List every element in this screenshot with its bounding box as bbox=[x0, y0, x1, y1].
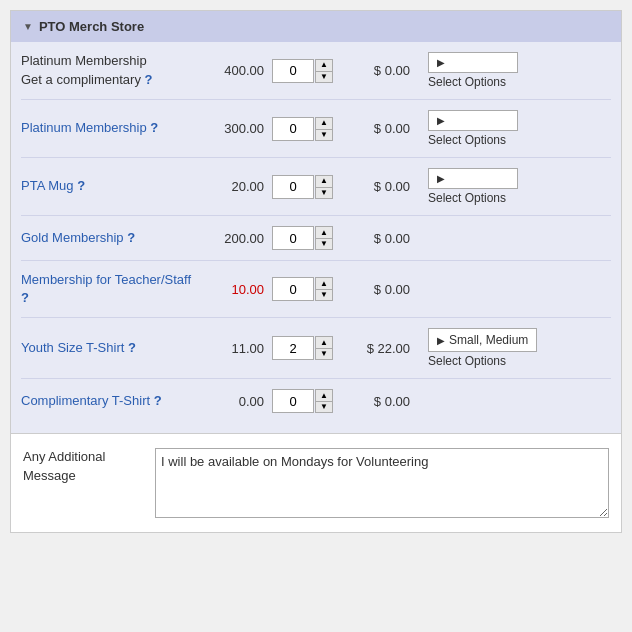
qty-input[interactable] bbox=[272, 59, 314, 83]
merch-row: Platinum MembershipGet a complimentary ?… bbox=[21, 42, 611, 100]
qty-spinners: ▲ ▼ bbox=[315, 226, 333, 250]
item-price: 300.00 bbox=[204, 121, 264, 136]
qty-up-button[interactable]: ▲ bbox=[315, 59, 333, 71]
page-wrapper: ▼ PTO Merch Store Platinum MembershipGet… bbox=[10, 10, 622, 533]
item-name: Complimentary T-Shirt ? bbox=[21, 392, 196, 410]
qty-down-button[interactable]: ▼ bbox=[315, 238, 333, 250]
options-label: Select Options bbox=[428, 133, 506, 147]
help-icon[interactable]: ? bbox=[154, 393, 162, 408]
collapse-arrow[interactable]: ▼ bbox=[23, 21, 33, 32]
qty-down-button[interactable]: ▼ bbox=[315, 187, 333, 199]
qty-up-button[interactable]: ▲ bbox=[315, 117, 333, 129]
item-name: Platinum Membership ? bbox=[21, 119, 196, 137]
qty-down-button[interactable]: ▼ bbox=[315, 348, 333, 360]
help-icon[interactable]: ? bbox=[21, 290, 29, 305]
qty-down-button[interactable]: ▼ bbox=[315, 401, 333, 413]
merch-row: Youth Size T-Shirt ?11.00 ▲ ▼ $ 22.00 ▶ … bbox=[21, 318, 611, 379]
help-icon[interactable]: ? bbox=[145, 72, 153, 87]
section-header: ▼ PTO Merch Store bbox=[11, 11, 621, 42]
item-qty: ▲ ▼ bbox=[272, 175, 342, 199]
qty-up-button[interactable]: ▲ bbox=[315, 389, 333, 401]
item-price: 20.00 bbox=[204, 179, 264, 194]
qty-input[interactable] bbox=[272, 226, 314, 250]
item-qty: ▲ ▼ bbox=[272, 336, 342, 360]
qty-up-button[interactable]: ▲ bbox=[315, 226, 333, 238]
item-total: $ 0.00 bbox=[350, 179, 410, 194]
item-options: ▶ Small, Medium Select Options bbox=[418, 328, 611, 368]
help-icon[interactable]: ? bbox=[150, 120, 158, 135]
qty-input[interactable] bbox=[272, 336, 314, 360]
item-total: $ 0.00 bbox=[350, 63, 410, 78]
selected-option-label: Small, Medium bbox=[449, 333, 528, 347]
qty-up-button[interactable]: ▲ bbox=[315, 277, 333, 289]
merch-table: Platinum MembershipGet a complimentary ?… bbox=[11, 42, 621, 433]
item-name: PTA Mug ? bbox=[21, 177, 196, 195]
item-options: ▶ Select Options bbox=[418, 52, 611, 89]
merch-row: Membership for Teacher/Staff ?10.00 ▲ ▼ … bbox=[21, 261, 611, 318]
options-label: Select Options bbox=[428, 191, 506, 205]
help-icon[interactable]: ? bbox=[77, 178, 85, 193]
item-name: Membership for Teacher/Staff ? bbox=[21, 271, 196, 307]
item-price: 0.00 bbox=[204, 394, 264, 409]
additional-message-section: Any Additional Message bbox=[11, 433, 621, 532]
item-options: ▶ Select Options bbox=[418, 168, 611, 205]
options-arrow-icon: ▶ bbox=[437, 115, 445, 126]
item-qty: ▲ ▼ bbox=[272, 59, 342, 83]
qty-spinners: ▲ ▼ bbox=[315, 175, 333, 199]
qty-input[interactable] bbox=[272, 175, 314, 199]
select-options-button[interactable]: ▶ bbox=[428, 110, 518, 131]
item-price: 400.00 bbox=[204, 63, 264, 78]
item-qty: ▲ ▼ bbox=[272, 117, 342, 141]
item-qty: ▲ ▼ bbox=[272, 389, 342, 413]
merch-row: Platinum Membership ?300.00 ▲ ▼ $ 0.00 ▶… bbox=[21, 100, 611, 158]
item-options: ▶ Select Options bbox=[418, 110, 611, 147]
qty-up-button[interactable]: ▲ bbox=[315, 175, 333, 187]
select-options-button[interactable]: ▶ bbox=[428, 168, 518, 189]
select-options-button[interactable]: ▶ Small, Medium bbox=[428, 328, 537, 352]
item-total: $ 0.00 bbox=[350, 231, 410, 246]
help-icon[interactable]: ? bbox=[128, 340, 136, 355]
item-total: $ 0.00 bbox=[350, 121, 410, 136]
item-name: Youth Size T-Shirt ? bbox=[21, 339, 196, 357]
additional-message-label: Any Additional Message bbox=[23, 448, 143, 484]
qty-up-button[interactable]: ▲ bbox=[315, 336, 333, 348]
item-total: $ 0.00 bbox=[350, 282, 410, 297]
section-title: PTO Merch Store bbox=[39, 19, 144, 34]
qty-down-button[interactable]: ▼ bbox=[315, 289, 333, 301]
qty-spinners: ▲ ▼ bbox=[315, 336, 333, 360]
qty-input[interactable] bbox=[272, 277, 314, 301]
item-total: $ 0.00 bbox=[350, 394, 410, 409]
merch-row: Complimentary T-Shirt ?0.00 ▲ ▼ $ 0.00 bbox=[21, 379, 611, 423]
item-price: 200.00 bbox=[204, 231, 264, 246]
qty-input[interactable] bbox=[272, 389, 314, 413]
qty-down-button[interactable]: ▼ bbox=[315, 129, 333, 141]
options-arrow-icon: ▶ bbox=[437, 335, 445, 346]
select-options-button[interactable]: ▶ bbox=[428, 52, 518, 73]
qty-spinners: ▲ ▼ bbox=[315, 277, 333, 301]
item-name: Gold Membership ? bbox=[21, 229, 196, 247]
qty-down-button[interactable]: ▼ bbox=[315, 71, 333, 83]
qty-spinners: ▲ ▼ bbox=[315, 59, 333, 83]
qty-input[interactable] bbox=[272, 117, 314, 141]
item-price: 10.00 bbox=[204, 282, 264, 297]
item-qty: ▲ ▼ bbox=[272, 277, 342, 301]
merch-row: PTA Mug ?20.00 ▲ ▼ $ 0.00 ▶ Select Optio… bbox=[21, 158, 611, 216]
options-arrow-icon: ▶ bbox=[437, 57, 445, 68]
item-name: Platinum MembershipGet a complimentary ? bbox=[21, 52, 196, 88]
qty-spinners: ▲ ▼ bbox=[315, 389, 333, 413]
item-qty: ▲ ▼ bbox=[272, 226, 342, 250]
options-arrow-icon: ▶ bbox=[437, 173, 445, 184]
help-icon[interactable]: ? bbox=[127, 230, 135, 245]
qty-spinners: ▲ ▼ bbox=[315, 117, 333, 141]
options-label: Select Options bbox=[428, 75, 506, 89]
merch-row: Gold Membership ?200.00 ▲ ▼ $ 0.00 bbox=[21, 216, 611, 261]
item-price: 11.00 bbox=[204, 341, 264, 356]
item-total: $ 22.00 bbox=[350, 341, 410, 356]
additional-message-input[interactable] bbox=[155, 448, 609, 518]
options-label: Select Options bbox=[428, 354, 506, 368]
